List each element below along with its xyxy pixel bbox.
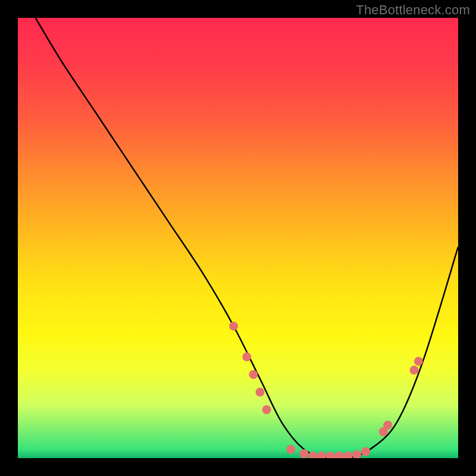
bottleneck-marker [229,322,238,331]
bottleneck-marker [286,445,295,454]
bottleneck-marker [326,452,335,458]
bottleneck-marker [317,452,326,458]
bottleneck-marker [249,370,258,379]
bottleneck-curve-svg [18,18,458,458]
bottleneck-marker [335,452,344,458]
bottleneck-marker [414,357,423,366]
bottleneck-marker [242,352,251,361]
watermark-text: TheBottleneck.com [356,2,470,18]
bottleneck-marker [262,405,271,414]
bottleneck-marker [383,421,392,430]
bottleneck-marker [361,447,370,456]
bottleneck-curve [36,18,458,458]
bottleneck-marker [300,449,309,458]
bottleneck-markers [229,322,423,459]
bottleneck-marker [410,366,419,375]
bottleneck-marker [344,452,353,458]
bottleneck-marker [256,388,265,397]
bottleneck-marker [352,450,361,458]
chart-frame: TheBottleneck.com [0,0,476,476]
plot-area [18,18,458,458]
